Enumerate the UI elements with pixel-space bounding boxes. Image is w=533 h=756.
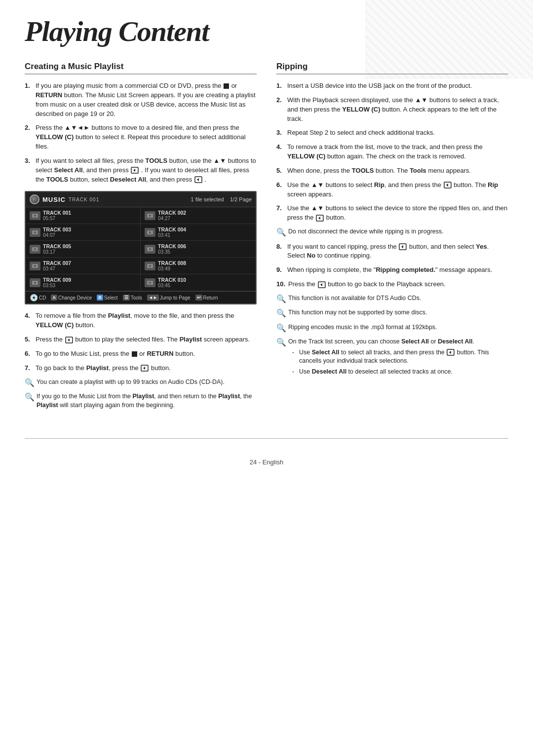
step-content: To go back to the Playlist, press the bu…	[36, 364, 257, 373]
step-num: 7.	[25, 364, 33, 373]
svg-point-15	[34, 265, 36, 267]
note-bullet-icon: 🔍	[276, 294, 286, 304]
track-info: TRACK 006 03:35	[158, 243, 252, 255]
select-all-bold: Select All	[312, 349, 340, 356]
page-title: Playing Content	[25, 15, 508, 48]
note-bullet-icon: 🔍	[276, 227, 286, 238]
right-note-sub-list: - Use Select All to select all tracks, a…	[288, 348, 508, 377]
svg-point-3	[34, 215, 36, 217]
step-num: 1.	[25, 81, 33, 118]
track-name: TRACK 010	[158, 277, 252, 283]
enter-icon	[447, 349, 455, 356]
enter-icon	[316, 215, 324, 222]
right-note-dts: 🔍 This function is not available for DTS…	[276, 294, 508, 304]
footer-change-device: A Change Device	[51, 295, 92, 301]
enter-icon	[65, 337, 73, 343]
right-notes-list: 🔍 This function is not available for DTS…	[276, 294, 508, 378]
right-step-9: 9. When ripping is complete, the "Rippin…	[276, 265, 508, 275]
step-num: 6.	[276, 181, 284, 199]
music-label: MUSIC	[42, 196, 66, 203]
track-name: TRACK 008	[158, 260, 252, 266]
track-info: TRACK 005 03:17	[43, 243, 136, 255]
track-info: TRACK 001 05:57	[43, 210, 136, 221]
note-content: Do not disconnect the device while rippi…	[288, 227, 508, 238]
track-name: TRACK 009	[43, 277, 136, 283]
music-track-grid: TRACK 001 05:57 TRACK 002 04:27	[26, 207, 256, 291]
track-time: 03:41	[158, 232, 252, 238]
step-content: To go to the Music List, press the or RE…	[36, 349, 257, 359]
left-step-3: 3. If you want to select all files, pres…	[25, 156, 257, 185]
track-icon	[30, 278, 40, 287]
footer-return-label: Return	[203, 295, 218, 301]
step-num: 2.	[276, 96, 284, 124]
music-ui-header: MUSIC TRACK 001 1 file selected 1/2 Page	[26, 192, 256, 207]
yellow-c-bold: YELLOW (C)	[36, 321, 74, 329]
left-steps-list-2: 4. To remove a file from the Playlist, m…	[25, 311, 257, 373]
right-step-10: 10. Press the button to go back to the P…	[276, 280, 508, 289]
left-section-heading: Creating a Music Playlist	[25, 62, 257, 75]
footer-jump-label: Jump to Page	[160, 295, 190, 301]
step-content: Press the button to go back to the Playb…	[288, 280, 508, 289]
music-ui-title-bar: MUSIC TRACK 001	[30, 194, 99, 204]
left-step-4: 4. To remove a file from the Playlist, m…	[25, 311, 257, 330]
left-step-2: 2. Press the ▲▼◄► buttons to move to a d…	[25, 123, 257, 151]
tools-bold2: TOOLS	[46, 176, 69, 183]
step-num: 5.	[25, 335, 33, 344]
track-time: 03:45	[158, 283, 252, 288]
disc-icon	[30, 194, 39, 204]
enter-icon	[444, 182, 452, 189]
left-steps-list: 1. If you are playing music from a comme…	[25, 81, 257, 184]
step-content: Repeat Step 2 to select and check additi…	[287, 128, 508, 138]
track-time: 03:47	[43, 266, 136, 271]
enter-icon-2	[194, 176, 202, 183]
left-note-1: 🔍 You can create a playlist with up to 9…	[25, 378, 257, 388]
right-steps-list: 1. Insert a USB device into the USB jack…	[276, 81, 508, 223]
step-content: Insert a USB device into the USB jack on…	[287, 81, 508, 91]
step-content: Use the ▲▼ buttons to select Rip, and th…	[287, 181, 508, 199]
track-info: TRACK 008 03:49	[158, 260, 252, 271]
yes-bold: Yes	[476, 243, 487, 250]
track-name: TRACK 004	[158, 227, 252, 232]
right-note-select-all: 🔍 On the Track list screen, you can choo…	[276, 338, 508, 378]
footer-badge-a: A	[51, 295, 57, 301]
track-info: TRACK 004 03:41	[158, 227, 252, 238]
footer-cd: 💿 CD	[30, 294, 46, 302]
playlist-bold: Playlist	[133, 393, 154, 400]
right-step-5: 5. When done, press the TOOLS button. Th…	[276, 166, 508, 176]
svg-point-9	[149, 231, 151, 233]
right-step-6: 6. Use the ▲▼ buttons to select Rip, and…	[276, 181, 508, 199]
footer-select-label: Select	[104, 295, 118, 301]
note-content: Ripping encodes music in the .mp3 format…	[288, 323, 508, 334]
playlist-bold: Playlist	[108, 312, 131, 319]
track-item-6: TRACK 006 03:35	[141, 241, 256, 258]
track-time: 04:27	[158, 216, 252, 221]
step-content: To remove a track from the list, move to…	[287, 143, 508, 161]
step-content: If you want to select all files, press t…	[36, 156, 257, 185]
left-step-5: 5. Press the button to play the selected…	[25, 335, 257, 344]
track-name: TRACK 006	[158, 243, 252, 249]
step-num: 9.	[276, 265, 284, 275]
footer-divider	[25, 438, 508, 439]
track-name: TRACK 001	[43, 210, 136, 216]
footer-change-device-label: Change Device	[58, 295, 92, 301]
step-num: 3.	[25, 156, 33, 185]
track-info: TRACK 003 04:07	[43, 227, 136, 238]
right-note-mp3: 🔍 Ripping encodes music in the .mp3 form…	[276, 323, 508, 334]
track-time: 03:49	[158, 266, 252, 271]
playlist-bold: Playlist	[86, 364, 109, 372]
svg-point-17	[149, 265, 151, 267]
track-item-8: TRACK 008 03:49	[141, 258, 256, 274]
sub-dash: -	[292, 348, 297, 366]
note-bullet-icon: 🔍	[276, 337, 286, 378]
note-content: On the Track list screen, you can choose…	[288, 338, 508, 378]
svg-point-21	[149, 282, 151, 284]
note-content: If you go to the Music List from the Pla…	[37, 392, 257, 410]
right-step-2: 2. With the Playback screen displayed, u…	[276, 96, 508, 124]
music-ui-screenshot: MUSIC TRACK 001 1 file selected 1/2 Page…	[25, 191, 257, 304]
track-icon	[30, 245, 40, 254]
track-time: 05:57	[43, 216, 136, 221]
step-num: 10.	[276, 280, 285, 289]
yellow-c-bold: YELLOW (C)	[36, 133, 74, 141]
track-item-5: TRACK 005 03:17	[26, 241, 141, 258]
yellow-c-bold: YELLOW (C)	[342, 106, 380, 113]
